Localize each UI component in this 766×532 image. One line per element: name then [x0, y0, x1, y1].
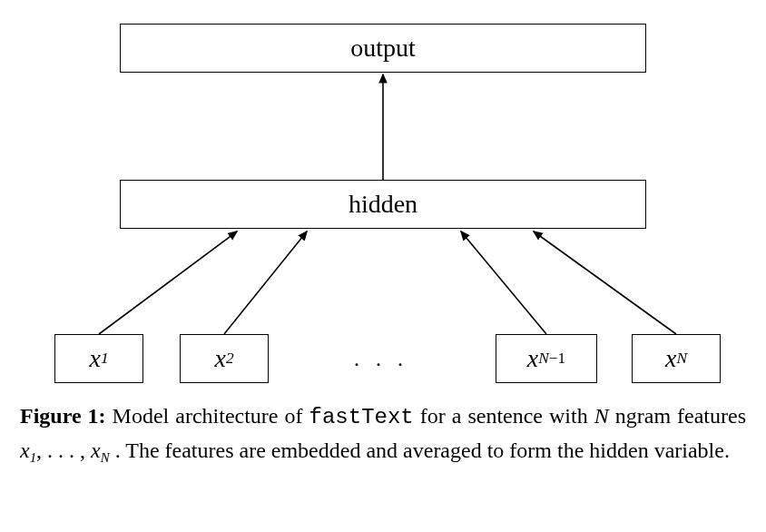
- input-xNm1-sub-op: −: [549, 350, 558, 367]
- output-label: output: [350, 34, 416, 63]
- hidden-label: hidden: [349, 190, 417, 219]
- input-xN: xN: [632, 334, 721, 383]
- input-xNm1-sub-lhs: N: [538, 350, 549, 367]
- caption-pre-code: Model architecture of: [106, 404, 309, 428]
- figure-label: Figure 1:: [20, 404, 106, 428]
- caption-code: fastText: [309, 405, 414, 429]
- input-xNm1: xN−1: [496, 334, 597, 383]
- caption-post-N: ngram features: [609, 404, 746, 428]
- input-x1: x1: [54, 334, 143, 383]
- figure-page: output hidden x1 x2 . . . xN−1 xN: [0, 0, 766, 532]
- figure-caption: Figure 1: Model architecture of fastText…: [18, 399, 748, 468]
- input-ellipsis: . . .: [336, 334, 427, 383]
- input-xNm1-base: x: [527, 344, 538, 373]
- input-x1-base: x: [89, 344, 100, 373]
- input-xNm1-sub-rhs: 1: [558, 350, 566, 367]
- input-xN-sub: N: [676, 350, 687, 368]
- caption-post-code-1: for a sentence with: [414, 404, 594, 428]
- ellipsis-text: . . .: [354, 347, 408, 371]
- caption-N: N: [594, 404, 609, 428]
- svg-line-2: [224, 232, 307, 334]
- hidden-node: hidden: [120, 180, 646, 229]
- svg-line-4: [534, 232, 676, 334]
- output-node: output: [120, 24, 646, 73]
- caption-after-list: . The features are embedded and averaged…: [110, 438, 730, 462]
- input-xN-base: x: [665, 344, 676, 373]
- svg-line-3: [461, 232, 546, 334]
- svg-line-1: [99, 232, 237, 334]
- caption-sub1: 1: [30, 450, 36, 465]
- input-x2-sub: 2: [226, 350, 234, 368]
- input-x2-base: x: [214, 344, 225, 373]
- caption-x-first: x: [20, 438, 30, 462]
- caption-x-last: x: [91, 438, 101, 462]
- caption-list-sep: , . . . ,: [36, 438, 91, 462]
- input-x2: x2: [180, 334, 269, 383]
- caption-subN: N: [101, 450, 110, 465]
- architecture-diagram: output hidden x1 x2 . . . xN−1 xN: [18, 15, 748, 387]
- input-x1-sub: 1: [101, 350, 109, 368]
- input-xNm1-sub: N−1: [538, 350, 565, 368]
